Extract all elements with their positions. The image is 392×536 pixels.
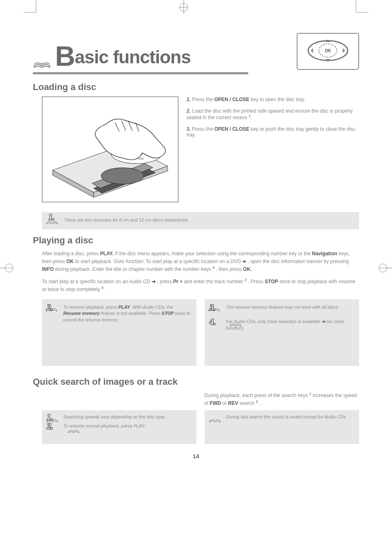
loading-note: 1. There are two recesses for 8 cm and 1…	[42, 212, 359, 229]
playing-notes: 2. To resume playback, press PLAY .With …	[42, 299, 359, 366]
page-title-block: Basic functions	[33, 42, 191, 70]
title-underline	[33, 72, 248, 74]
section-heading-quicksearch: Quick search of images or a track	[33, 377, 359, 387]
section-heading-loading: Loading a disc	[33, 82, 359, 92]
note-icon	[67, 423, 80, 435]
disc-loading-illustration: Thomson Digital Video Disc DVD	[42, 97, 178, 202]
playing-paragraphs: After loading a disc, press PLAY. If the…	[42, 250, 359, 293]
svg-text:OK: OK	[325, 49, 332, 53]
arrow-icon: ➜	[152, 279, 156, 284]
ok-dpad-illustration: OK	[297, 33, 359, 70]
arrow-icon: ➜	[242, 259, 246, 264]
note-icon	[209, 413, 221, 424]
section-heading-playing: Playing a disc	[33, 235, 359, 246]
quicksearch-text: During playback, each press of the searc…	[42, 391, 359, 407]
page-title: Basic functions	[55, 42, 191, 70]
arrow-icon: ➜	[321, 319, 325, 324]
page-content: Basic functions OK Loading a disc	[21, 8, 371, 472]
svg-point-22	[101, 168, 144, 184]
quicksearch-notes: 1. Searching speeds vary depending on th…	[42, 410, 359, 444]
note-icon	[229, 317, 242, 329]
book-icon	[33, 56, 51, 70]
page-number: 14	[33, 453, 359, 460]
loading-steps: 1. Press the OPEN / CLOSE key to open th…	[187, 97, 359, 202]
